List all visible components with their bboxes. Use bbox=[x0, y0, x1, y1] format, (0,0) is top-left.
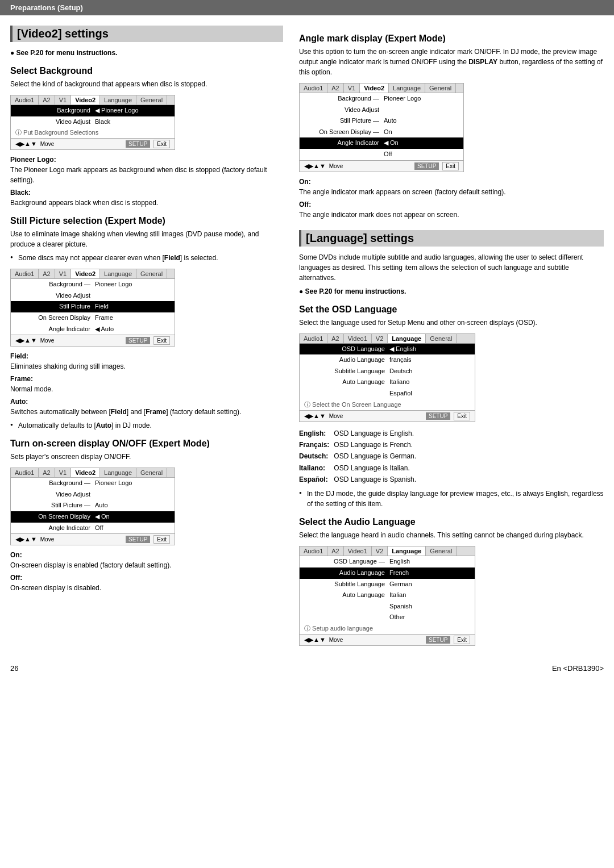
osd-ang-row-ai: Angle Indicator ◀ On bbox=[300, 137, 463, 149]
osd-exit-btn-bg[interactable]: Exit bbox=[154, 140, 170, 148]
osd-setup-btn-still[interactable]: SETUP bbox=[126, 337, 150, 344]
still-picture-section: Still Picture selection (Expert Mode) Us… bbox=[10, 216, 283, 431]
osd-tab-osdl-a2[interactable]: A2 bbox=[327, 334, 343, 343]
osd-al-row-spanish: Spanish bbox=[300, 601, 475, 612]
eng-desc: OSD Language is English. bbox=[334, 428, 416, 439]
osd-setup-btn-angle[interactable]: SETUP bbox=[414, 162, 439, 170]
onscreen-off-desc: On-screen display is disabled. bbox=[10, 583, 283, 593]
osd-tab-osdl-v2[interactable]: V2 bbox=[372, 334, 388, 343]
still-picture-bullet: Some discs may not appear clearer even w… bbox=[10, 253, 283, 263]
osd-tab-general[interactable]: General bbox=[136, 95, 167, 105]
osd-lang-row-auto: Auto Language Italiano bbox=[300, 377, 475, 388]
osd-tab-on-a2[interactable]: A2 bbox=[39, 468, 55, 477]
osd-lang-row-osd: OSD Language ◀ English bbox=[300, 344, 475, 355]
osd-arrows-onscreen: ◀▶▲▼ bbox=[15, 536, 37, 543]
osd-tab-a2[interactable]: A2 bbox=[39, 95, 55, 105]
osd-tab-ang-v1[interactable]: V1 bbox=[344, 84, 360, 93]
osd-tab-on-language[interactable]: Language bbox=[100, 468, 136, 477]
osd-tab-on-audio1[interactable]: Audio1 bbox=[11, 468, 39, 477]
osd-tab-osdl-video1[interactable]: Video1 bbox=[344, 334, 372, 343]
black-title: Black: bbox=[10, 189, 283, 197]
osd-box-angle: Audio1 A2 V1 Video2 Language General Bac… bbox=[299, 83, 464, 172]
osd-exit-btn-onscreen[interactable]: Exit bbox=[154, 535, 170, 544]
osd-exit-btn-still[interactable]: Exit bbox=[154, 336, 170, 345]
select-background-desc: Select the kind of background that appea… bbox=[10, 79, 283, 89]
osd-ang-row-sp: Still Picture — Auto bbox=[300, 115, 463, 127]
osd-tab-still-a2[interactable]: A2 bbox=[39, 269, 55, 278]
osd-tab-still-v1[interactable]: V1 bbox=[55, 269, 71, 278]
osd-setup-btn-bg[interactable]: SETUP bbox=[126, 140, 150, 148]
osd-tab-al-audio1[interactable]: Audio1 bbox=[300, 546, 327, 556]
osd-tab-ang-language[interactable]: Language bbox=[389, 84, 425, 93]
osd-tab-still-video2[interactable]: Video2 bbox=[71, 269, 100, 278]
osd-tab-ang-audio1[interactable]: Audio1 bbox=[300, 84, 327, 93]
osd-on-row-sp: Still Picture — Auto bbox=[11, 500, 175, 511]
fr-desc: OSD Language is French. bbox=[334, 439, 416, 450]
osd-setup-btn-audio-lang[interactable]: SETUP bbox=[426, 636, 450, 644]
osd-tabs-audio-lang: Audio1 A2 Video1 V2 Language General bbox=[300, 546, 475, 556]
field-desc: Eliminates shaking during still images. bbox=[10, 361, 283, 372]
osd-ang-row-off: Off bbox=[300, 149, 463, 160]
frame-title: Frame: bbox=[10, 375, 283, 383]
pioneer-logo-desc: The Pioneer Logo mark appears as backgro… bbox=[10, 165, 283, 185]
osd-tab-still-language[interactable]: Language bbox=[100, 269, 136, 278]
osd-on-row-bg: Background — Pioneer Logo bbox=[11, 478, 175, 489]
osd-tab-still-audio1[interactable]: Audio1 bbox=[11, 269, 39, 278]
pioneer-logo-title: Pioneer Logo: bbox=[10, 156, 283, 164]
osd-tab-al-a2[interactable]: A2 bbox=[327, 546, 343, 556]
fr-label: Français: bbox=[299, 439, 334, 450]
still-picture-desc: Use to eliminate image shaking when view… bbox=[10, 229, 283, 249]
osd-tab-ang-video2[interactable]: Video2 bbox=[360, 84, 389, 93]
osd-on-row-osd: On Screen Display ◀ On bbox=[11, 511, 175, 523]
osd-tab-still-general[interactable]: General bbox=[136, 269, 167, 278]
osd-tab-al-video1[interactable]: Video1 bbox=[344, 546, 372, 556]
osd-tab-ang-general[interactable]: General bbox=[425, 84, 456, 93]
osd-footer-onscreen: ◀▶▲▼ Move SETUP Exit bbox=[11, 533, 175, 545]
osd-box-still: Audio1 A2 V1 Video2 Language General Bac… bbox=[10, 269, 175, 347]
osd-still-row-ai: Angle Indicator ◀ Auto bbox=[11, 324, 175, 335]
osd-exit-btn-osd-lang[interactable]: Exit bbox=[454, 412, 470, 420]
osd-tab-on-v1[interactable]: V1 bbox=[55, 468, 71, 477]
osd-tab-al-general[interactable]: General bbox=[426, 546, 457, 556]
osd-tab-on-general[interactable]: General bbox=[136, 468, 167, 477]
onscreen-on-title: On: bbox=[10, 551, 283, 559]
es-desc: OSD Language is Spanish. bbox=[334, 474, 416, 485]
osd-exit-btn-audio-lang[interactable]: Exit bbox=[454, 636, 470, 644]
osd-ang-row-va: Video Adjust bbox=[300, 105, 463, 116]
osd-tabs-osd-lang: Audio1 A2 Video1 V2 Language General bbox=[300, 334, 475, 344]
osd-tab-al-v2[interactable]: V2 bbox=[372, 546, 388, 556]
osd-ang-row-bg: Background — Pioneer Logo bbox=[300, 93, 463, 105]
osd-tab-on-video2[interactable]: Video2 bbox=[71, 468, 100, 477]
angle-mark-desc: Use this option to turn the on-screen an… bbox=[299, 47, 604, 77]
osd-footer-angle: ◀▶▲▼ Move SETUP Exit bbox=[300, 160, 463, 172]
osd-info-bg: ⓘ Put Background Selections bbox=[11, 127, 175, 138]
osd-setup-btn-osd-lang[interactable]: SETUP bbox=[426, 412, 450, 420]
osd-tab-osdl-audio1[interactable]: Audio1 bbox=[300, 334, 327, 343]
osd-tab-video2[interactable]: Video2 bbox=[71, 95, 100, 105]
osd-lang-descriptions: English: OSD Language is English. França… bbox=[299, 428, 416, 486]
osd-tab-ang-a2[interactable]: A2 bbox=[327, 84, 343, 93]
osd-tab-audio1[interactable]: Audio1 bbox=[11, 95, 39, 105]
select-audio-language-section: Select the Audio Language Select the lan… bbox=[299, 517, 604, 646]
osd-tab-osdl-language[interactable]: Language bbox=[388, 334, 426, 343]
osd-on-row-ai: Angle Indicator Off bbox=[11, 523, 175, 534]
set-osd-desc: Select the language used for Setup Menu … bbox=[299, 318, 604, 328]
osd-al-row-auto: Auto Language Italian bbox=[300, 590, 475, 601]
osd-tab-language[interactable]: Language bbox=[100, 95, 136, 105]
osd-tab-al-language[interactable]: Language bbox=[388, 546, 426, 556]
osd-tab-osdl-general[interactable]: General bbox=[426, 334, 457, 343]
es-label: Español: bbox=[299, 474, 334, 485]
turn-onscreen-title: Turn on-screen display ON/OFF (Expert Mo… bbox=[10, 439, 283, 449]
osd-info-audio-lang: ⓘ Setup audio language bbox=[300, 623, 475, 634]
osd-setup-btn-onscreen[interactable]: SETUP bbox=[126, 536, 150, 543]
eng-label: English: bbox=[299, 428, 334, 439]
osd-tabs-still: Audio1 A2 V1 Video2 Language General bbox=[11, 269, 175, 279]
osd-box-osd-lang: Audio1 A2 Video1 V2 Language General OSD… bbox=[299, 333, 475, 422]
set-osd-title: Set the OSD Language bbox=[299, 304, 604, 315]
osd-on-row-va: Video Adjust bbox=[11, 489, 175, 500]
osd-exit-btn-angle[interactable]: Exit bbox=[442, 162, 459, 170]
angle-off-title: Off: bbox=[299, 201, 604, 208]
turn-onscreen-desc: Sets player's onscreen display ON/OFF. bbox=[10, 452, 283, 462]
osd-tab-v1[interactable]: V1 bbox=[55, 95, 71, 105]
page-number: 26 bbox=[10, 664, 18, 673]
